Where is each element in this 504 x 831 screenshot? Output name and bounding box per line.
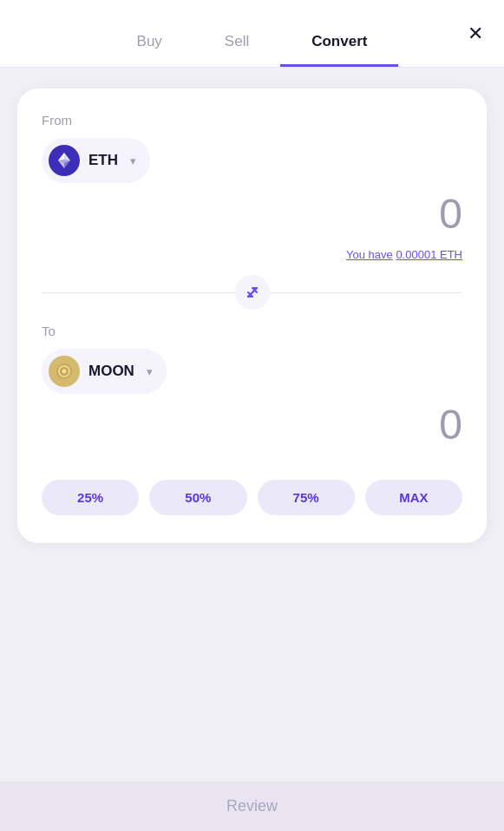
percentage-buttons: 25% 50% 75% MAX [42, 480, 462, 515]
to-section: To MOON ▾ 0 [42, 324, 462, 455]
to-token-selector[interactable]: MOON ▾ [42, 349, 167, 394]
from-token-name: ETH [88, 152, 118, 169]
swap-divider [42, 275, 462, 310]
review-button[interactable]: Review [226, 797, 278, 815]
svg-marker-4 [64, 153, 70, 160]
from-amount: 0 [42, 183, 462, 245]
pct-max-button[interactable]: MAX [365, 480, 462, 515]
swap-arrows-icon [244, 284, 261, 301]
to-amount: 0 [42, 394, 462, 455]
pct-50-button[interactable]: 50% [149, 480, 246, 515]
from-balance-value[interactable]: 0.00001 ETH [396, 248, 462, 261]
svg-marker-3 [58, 153, 64, 160]
to-token-chevron: ▾ [147, 365, 153, 378]
convert-card: From ETH ▾ 0 [17, 88, 487, 543]
eth-logo-svg [55, 151, 74, 170]
from-token-selector[interactable]: ETH ▾ [42, 138, 150, 183]
svg-point-9 [62, 370, 67, 374]
moon-icon [49, 356, 80, 387]
eth-icon [49, 145, 80, 176]
tab-convert[interactable]: Convert [280, 0, 398, 67]
tab-buy[interactable]: Buy [106, 0, 193, 67]
from-balance: You have 0.00001 ETH [42, 248, 462, 261]
pct-75-button[interactable]: 75% [258, 480, 355, 515]
pct-25-button[interactable]: 25% [42, 480, 139, 515]
review-bar: Review [0, 782, 504, 831]
tab-sell[interactable]: Sell [193, 0, 280, 67]
from-label: From [42, 113, 462, 128]
moon-logo-svg [55, 362, 74, 381]
to-label: To [42, 324, 462, 338]
to-token-name: MOON [88, 363, 134, 380]
from-section: From ETH ▾ 0 [42, 113, 462, 261]
tab-bar: Buy Sell Convert ✕ [0, 0, 504, 68]
close-button[interactable]: ✕ [468, 24, 483, 43]
swap-button[interactable] [235, 275, 270, 310]
from-token-chevron: ▾ [130, 154, 136, 167]
svg-line-6 [248, 288, 257, 297]
